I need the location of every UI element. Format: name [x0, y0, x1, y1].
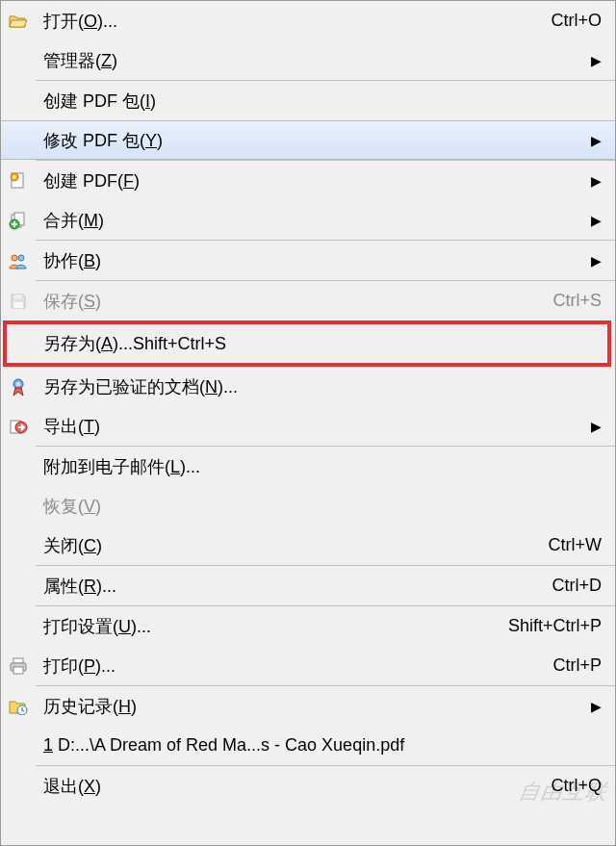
submenu-arrow-icon: ▶ — [586, 173, 602, 189]
svg-rect-15 — [13, 667, 23, 674]
menu-item-attach-email[interactable]: 附加到电子邮件(L)... — [1, 447, 615, 486]
svg-rect-8 — [13, 302, 23, 308]
svg-point-6 — [18, 255, 24, 261]
menu-label: 创建 PDF 包(I) — [36, 90, 602, 113]
svg-point-5 — [12, 255, 17, 261]
save-icon — [1, 293, 36, 310]
menu-item-export[interactable]: 导出(T) ▶ — [1, 406, 615, 446]
folder-open-icon — [1, 13, 36, 29]
menu-label: 附加到电子邮件(L)... — [36, 455, 602, 478]
svg-point-10 — [16, 381, 21, 386]
shortcut: Ctrl+P — [552, 655, 602, 676]
menu-label: 管理器(Z) — [36, 49, 582, 72]
shortcut: Ctrl+S — [552, 291, 602, 311]
menu-item-create-pdf[interactable]: 创建 PDF(F) ▶ — [1, 161, 615, 200]
menu-label: 关闭(C) — [36, 534, 549, 557]
menu-label: 恢复(V) — [36, 495, 602, 518]
submenu-arrow-icon: ▶ — [586, 419, 602, 434]
submenu-arrow-icon: ▶ — [586, 213, 602, 228]
shortcut: Ctrl+O — [551, 11, 602, 31]
menu-item-exit[interactable]: 退出(X) Ctrl+Q — [1, 766, 615, 806]
menu-item-create-pdf-package[interactable]: 创建 PDF 包(I) — [1, 81, 615, 120]
menu-item-recent-file[interactable]: 1 D:...\A Dream of Red Ma...s - Cao Xueq… — [1, 726, 615, 765]
menu-item-close[interactable]: 关闭(C) Ctrl+W — [1, 526, 615, 565]
menu-label: 1 D:...\A Dream of Red Ma...s - Cao Xueq… — [36, 735, 602, 756]
menu-item-restore: 恢复(V) — [1, 486, 615, 526]
submenu-arrow-icon: ▶ — [586, 53, 602, 68]
shortcut: Ctrl+W — [549, 535, 603, 555]
svg-rect-13 — [13, 658, 23, 663]
ribbon-icon — [1, 377, 36, 397]
menu-label: 创建 PDF(F) — [36, 169, 582, 192]
svg-rect-7 — [14, 295, 22, 299]
menu-label: 属性(R)... — [36, 575, 552, 598]
collaborate-icon — [1, 252, 36, 269]
submenu-arrow-icon: ▶ — [586, 253, 602, 269]
submenu-arrow-icon: ▶ — [586, 699, 602, 714]
menu-item-manager[interactable]: 管理器(Z) ▶ — [1, 40, 615, 80]
menu-item-merge[interactable]: 合并(M) ▶ — [1, 200, 615, 240]
menu-label: 合并(M) — [36, 209, 582, 232]
menu-label: 另存为已验证的文档(N)... — [36, 375, 602, 398]
menu-item-open[interactable]: 打开(O)... Ctrl+O — [1, 1, 615, 40]
print-icon — [1, 657, 36, 675]
menu-label: 打印(P)... — [36, 654, 552, 678]
menu-label: 退出(X) — [36, 775, 551, 798]
menu-item-modify-pdf-package[interactable]: 修改 PDF 包(Y) ▶ — [1, 120, 615, 160]
create-pdf-icon — [1, 171, 36, 191]
menu-label: 导出(T) — [36, 415, 582, 438]
menu-item-save: 保存(S) Ctrl+S — [1, 281, 615, 320]
menu-item-save-as[interactable]: 另存为(A)... Shift+Ctrl+S — [3, 320, 611, 367]
menu-item-print[interactable]: 打印(P)... Ctrl+P — [1, 646, 615, 685]
shortcut: Shift+Ctrl+S — [133, 334, 226, 354]
history-icon — [1, 698, 36, 715]
menu-label: 修改 PDF 包(Y) — [36, 129, 582, 152]
menu-item-save-verified[interactable]: 另存为已验证的文档(N)... — [1, 367, 615, 406]
merge-icon — [1, 211, 36, 230]
shortcut: Ctrl+Q — [551, 776, 602, 796]
menu-label: 另存为(A)... — [36, 332, 133, 355]
menu-item-history[interactable]: 历史记录(H) ▶ — [1, 686, 615, 726]
menu-label: 打开(O)... — [36, 10, 551, 33]
menu-label: 保存(S) — [36, 290, 552, 313]
menu-label: 协作(B) — [36, 249, 582, 272]
menu-item-properties[interactable]: 属性(R)... Ctrl+D — [1, 566, 615, 605]
export-icon — [1, 418, 36, 435]
menu-item-print-setup[interactable]: 打印设置(U)... Shift+Ctrl+P — [1, 606, 615, 646]
shortcut: Ctrl+D — [552, 576, 602, 596]
menu-label: 打印设置(U)... — [36, 615, 508, 638]
menu-label: 历史记录(H) — [36, 695, 582, 718]
shortcut: Shift+Ctrl+P — [508, 616, 602, 636]
submenu-arrow-icon: ▶ — [586, 133, 602, 148]
menu-item-collaborate[interactable]: 协作(B) ▶ — [1, 241, 615, 280]
